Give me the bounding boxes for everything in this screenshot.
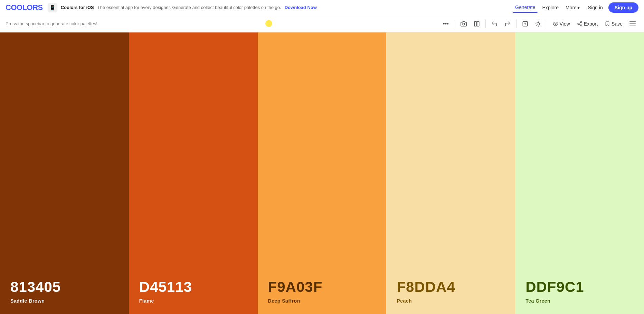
export-button[interactable]: Export xyxy=(574,19,600,29)
nav-more-label: More xyxy=(566,5,577,10)
color-hex-0: 813405 xyxy=(10,279,129,295)
brightness-button[interactable] xyxy=(532,18,544,30)
svg-line-10 xyxy=(540,25,540,26)
color-name-3: Peach xyxy=(397,298,515,304)
svg-point-16 xyxy=(580,21,582,23)
camera-button[interactable] xyxy=(458,18,470,30)
color-hex-2: F9A03F xyxy=(268,279,387,295)
view-label: View xyxy=(560,21,570,27)
export-label: Export xyxy=(584,21,598,27)
banner-description: The essential app for every designer. Ge… xyxy=(97,5,281,10)
color-swatch-1[interactable]: D45113Flame xyxy=(129,32,258,314)
svg-rect-2 xyxy=(477,21,479,26)
redo-icon xyxy=(504,21,511,27)
chevron-down-icon: ▾ xyxy=(577,5,580,10)
svg-line-13 xyxy=(536,25,537,26)
ios-app-icon: 📱 xyxy=(48,3,57,12)
color-swatch-2[interactable]: F9A03FDeep Saffron xyxy=(258,32,387,314)
svg-point-17 xyxy=(578,23,579,25)
svg-rect-1 xyxy=(474,21,476,26)
color-name-1: Flame xyxy=(139,298,258,304)
save-button[interactable]: Save xyxy=(602,19,625,29)
download-link[interactable]: Download Now xyxy=(285,5,317,10)
svg-point-18 xyxy=(580,25,582,26)
svg-point-0 xyxy=(463,23,465,25)
toolbar-separator-3 xyxy=(516,20,517,28)
top-banner: COOLORS 📱 Coolors for iOS The essential … xyxy=(0,0,644,15)
toolbar-separator-2 xyxy=(485,20,486,28)
eye-icon xyxy=(553,21,558,27)
color-palette: 813405Saddle BrownD45113FlameF9A03FDeep … xyxy=(0,32,644,314)
bookmark-icon xyxy=(605,21,610,27)
toolbar-tools: ••• xyxy=(440,18,638,30)
add-color-icon xyxy=(522,21,528,27)
color-name-2: Deep Saffron xyxy=(268,298,387,304)
nav-generate[interactable]: Generate xyxy=(512,2,538,13)
color-hex-4: DDF9C1 xyxy=(525,279,644,295)
svg-point-6 xyxy=(537,22,540,25)
svg-line-14 xyxy=(540,22,540,22)
svg-line-20 xyxy=(579,22,580,23)
nav-links: Generate Explore More ▾ Sign in Sign up xyxy=(512,2,638,13)
hint-text: Press the spacebar to generate color pal… xyxy=(6,21,437,26)
color-swatch-0[interactable]: 813405Saddle Brown xyxy=(0,32,129,314)
more-options-icon: ••• xyxy=(443,21,449,27)
coolors-logo[interactable]: COOLORS xyxy=(6,3,43,12)
app-name: Coolors for iOS xyxy=(61,5,94,10)
save-label: Save xyxy=(612,21,623,27)
color-hex-3: F8DDA4 xyxy=(397,279,515,295)
camera-icon xyxy=(461,21,467,27)
hamburger-line-2 xyxy=(629,23,636,24)
svg-point-15 xyxy=(555,23,556,25)
color-swatch-3[interactable]: F8DDA4Peach xyxy=(386,32,515,314)
color-swatch-4[interactable]: DDF9C1Tea Green xyxy=(515,32,644,314)
redo-button[interactable] xyxy=(502,18,513,30)
undo-icon xyxy=(491,21,498,27)
more-options-button[interactable]: ••• xyxy=(440,18,452,30)
share-icon xyxy=(577,21,583,27)
color-hex-1: D45113 xyxy=(139,279,258,295)
color-name-0: Saddle Brown xyxy=(10,298,129,304)
view-button[interactable]: View xyxy=(550,19,573,29)
undo-button[interactable] xyxy=(489,18,500,30)
toolbar-separator-4 xyxy=(547,20,547,28)
signin-link[interactable]: Sign in xyxy=(584,3,607,12)
hamburger-line-3 xyxy=(629,26,636,26)
view-toggle-button[interactable] xyxy=(471,18,483,30)
signup-button[interactable]: Sign up xyxy=(608,2,638,13)
toolbar: Press the spacebar to generate color pal… xyxy=(0,15,644,32)
svg-line-9 xyxy=(536,22,537,22)
add-color-button[interactable] xyxy=(519,18,531,30)
brightness-icon xyxy=(535,21,541,27)
svg-line-19 xyxy=(579,24,580,25)
toolbar-separator-1 xyxy=(455,20,455,28)
nav-explore[interactable]: Explore xyxy=(539,3,561,12)
columns-icon xyxy=(474,21,480,27)
menu-button[interactable] xyxy=(627,18,638,30)
color-name-4: Tea Green xyxy=(525,298,644,304)
nav-more[interactable]: More ▾ xyxy=(563,3,583,12)
hamburger-line-1 xyxy=(629,21,636,22)
